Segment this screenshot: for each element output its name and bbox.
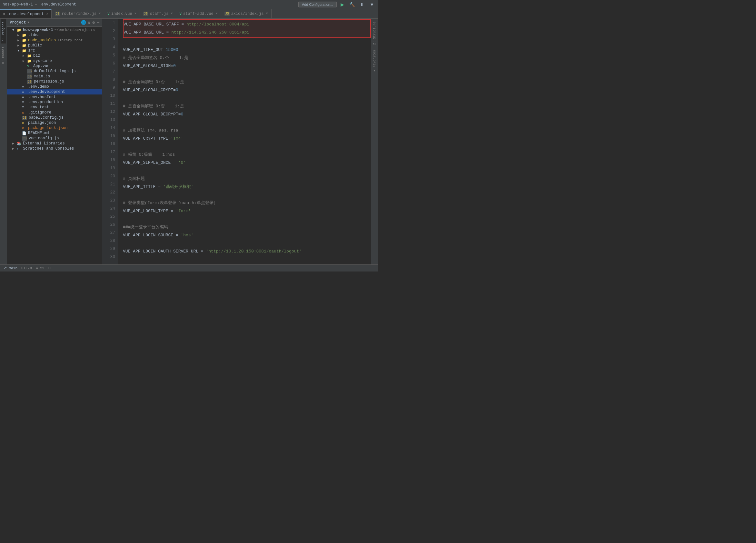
tree-biz[interactable]: ▶ 📁 biz <box>7 53 102 58</box>
tab-env-label: .env.development <box>7 12 44 16</box>
external-libs-icon: 📚 <box>17 142 22 146</box>
line-num-19: 19 <box>102 164 118 173</box>
tab-env-close[interactable]: × <box>46 12 48 16</box>
code-line-29: VUE_APP_LOGIN_OAUTH_SERVER_URL = 'http:/… <box>123 248 371 256</box>
code-lines[interactable]: VUE_APP_BASE_URL_STAFF = http://localhos… <box>118 19 371 264</box>
tree-sys-core[interactable]: ▶ 📁 sys-core <box>7 58 102 64</box>
tab-router-close[interactable]: × <box>99 12 101 15</box>
tab-staff-js[interactable]: JS staff.js × <box>140 9 176 18</box>
tree-package-lock[interactable]: ⚙ package-lock.json <box>7 125 102 131</box>
line-num-26: 26 <box>102 221 118 229</box>
line-num-10: 10 <box>102 92 118 100</box>
tab-vue-close[interactable]: × <box>134 12 136 15</box>
tree-gitignore[interactable]: ⚙ .gitignore <box>7 110 102 115</box>
vtab-commit[interactable]: 0: Commit <box>1 44 6 66</box>
sys-core-folder-icon: 📁 <box>27 59 32 63</box>
root-label: hos-app-web-1 <box>23 28 53 32</box>
permission-js-label: permission.js <box>34 79 64 84</box>
tree-readme[interactable]: 📄 README.md <box>7 131 102 136</box>
node-modules-sub: library root <box>57 38 83 42</box>
tab-staff-label: staff.js <box>150 12 169 16</box>
globe-icon[interactable]: 🌐 <box>81 20 86 25</box>
tree-env-production[interactable]: ≡ .env.production <box>7 100 102 105</box>
code-line-14: # 加密算法 sm4、aes、rsa <box>123 127 371 135</box>
sys-core-arrow-icon: ▶ <box>23 59 27 63</box>
tree-env-test[interactable]: ≡ .env.test <box>7 105 102 110</box>
tree-idea[interactable]: ▶ 📁 .idea <box>7 33 102 38</box>
tree-env-hostest[interactable]: ≡ .env.hosTest <box>7 94 102 100</box>
tree-app-vue[interactable]: V App.vue <box>7 64 102 69</box>
build-button[interactable]: 🔨 <box>348 1 356 8</box>
tab-axios-label: axios/index.js <box>231 12 264 16</box>
code-line-2: VUE_APP_BASE_URL = http://114.242.246.25… <box>124 29 370 37</box>
tree-external-libs[interactable]: ▶ 📚 External Libraries <box>7 141 102 146</box>
public-folder-icon: 📁 <box>22 44 27 48</box>
code-line-30 <box>123 256 371 264</box>
package-json-label: package.json <box>28 121 56 125</box>
line-num-20: 20 <box>102 173 118 181</box>
tree-default-settings[interactable]: JS defaultSettings.js <box>7 69 102 74</box>
project-header-actions: 🌐 ⇅ ⚙ — <box>81 20 99 25</box>
vtab-structure[interactable]: Z: Structure <box>372 19 377 47</box>
minimize-icon[interactable]: — <box>97 20 99 25</box>
tree-root[interactable]: ▼ 📁 hos-app-web-1 ~/work/IdeaProjects <box>7 27 102 33</box>
gitignore-label: .gitignore <box>28 110 51 115</box>
vtab-favorites[interactable]: ★ Favorites <box>372 47 377 75</box>
tab-staff-add-close[interactable]: × <box>216 12 218 15</box>
line-num-11: 11 <box>102 100 118 108</box>
tab-bar: ≡ .env.development × JS router/index.js … <box>0 9 378 19</box>
default-settings-label: defaultSettings.js <box>34 69 76 74</box>
code-line-21: VUE_APP_TITLE = '基础开发框架' <box>123 183 371 191</box>
code-line-15: VUE_APP_CRYPT_TYPE='sm4' <box>123 135 371 143</box>
public-label: public <box>28 43 42 48</box>
tab-axios-index[interactable]: JS axios/index.js × <box>221 9 272 18</box>
tab-staff-add-icon: V <box>179 12 182 16</box>
debug-button[interactable]: ⏸ <box>359 1 366 8</box>
tree-permission-js[interactable]: JS permission.js <box>7 79 102 84</box>
code-line-13 <box>123 119 371 127</box>
tab-env-development[interactable]: ≡ .env.development × <box>0 9 52 18</box>
main-layout: 1: Project 0: Commit Project ▼ 🌐 ⇅ ⚙ — <box>0 19 378 264</box>
tree-env-demo[interactable]: ≡ .env.demo <box>7 84 102 89</box>
code-line-5: # 是否全局加签名 0:否 1:是 <box>123 54 371 62</box>
tab-staff-close[interactable]: × <box>171 12 173 15</box>
line-num-22: 22 <box>102 189 118 197</box>
tree-env-development[interactable]: ≡ .env.development <box>7 89 102 94</box>
project-dropdown-icon[interactable]: ▼ <box>27 21 29 24</box>
tab-index-vue[interactable]: V index.vue × <box>104 9 140 18</box>
tree-src[interactable]: ▼ 📁 src <box>7 48 102 53</box>
tree-public[interactable]: ▶ 📁 public <box>7 43 102 48</box>
code-line-18: VUE_APP_SIMPLE_ONCE = '0' <box>123 159 371 167</box>
idea-folder-icon: 📁 <box>22 33 27 37</box>
tree-vue-config[interactable]: JS vue.config.js <box>7 136 102 141</box>
tab-router-label: router/index.js <box>62 12 96 16</box>
sort-icon[interactable]: ⇅ <box>88 20 91 25</box>
line-num-4: 4 <box>102 44 118 52</box>
more-button[interactable]: ▼ <box>368 1 375 8</box>
tab-router-icon: JS <box>55 12 60 16</box>
code-line-11: # 是否全局解密 0:否 1:是 <box>123 103 371 111</box>
run-button[interactable]: ▶ <box>339 1 345 8</box>
right-vertical-tabs: Z: Structure ★ Favorites <box>371 19 378 264</box>
main-js-icon: JS <box>27 74 32 79</box>
tree-scratches[interactable]: ▶ ⚡ Scratches and Consoles <box>7 146 102 151</box>
env-development-label: .env.development <box>28 90 65 94</box>
tab-router-index[interactable]: JS router/index.js × <box>52 9 104 18</box>
vtab-project[interactable]: 1: Project <box>1 19 6 44</box>
code-line-25 <box>123 215 371 223</box>
settings-icon[interactable]: ⚙ <box>92 20 95 25</box>
title-bar-left: hos-app-web-1 – .env.development <box>3 2 76 7</box>
line-num-6: 6 <box>102 60 118 68</box>
tab-staff-add-label: staff-add.vue <box>183 12 214 16</box>
code-line-9: VUE_APP_GLOBAL_CRYPT=0 <box>123 86 371 94</box>
external-libs-label: External Libraries <box>23 141 65 146</box>
tree-package-json[interactable]: ⚙ package.json <box>7 120 102 125</box>
project-header: Project ▼ 🌐 ⇅ ⚙ — <box>7 19 102 27</box>
tab-staff-add-vue[interactable]: V staff-add.vue × <box>176 9 221 18</box>
tree-babel-config[interactable]: JS babel.config.js <box>7 115 102 120</box>
tab-vue-label: index.vue <box>111 12 132 16</box>
add-config-button[interactable]: Add Configuration... <box>298 2 337 7</box>
tree-node-modules[interactable]: ▶ 📁 node_modules library root <box>7 38 102 43</box>
tab-axios-close[interactable]: × <box>266 12 268 15</box>
tree-main-js[interactable]: JS main.js <box>7 74 102 79</box>
